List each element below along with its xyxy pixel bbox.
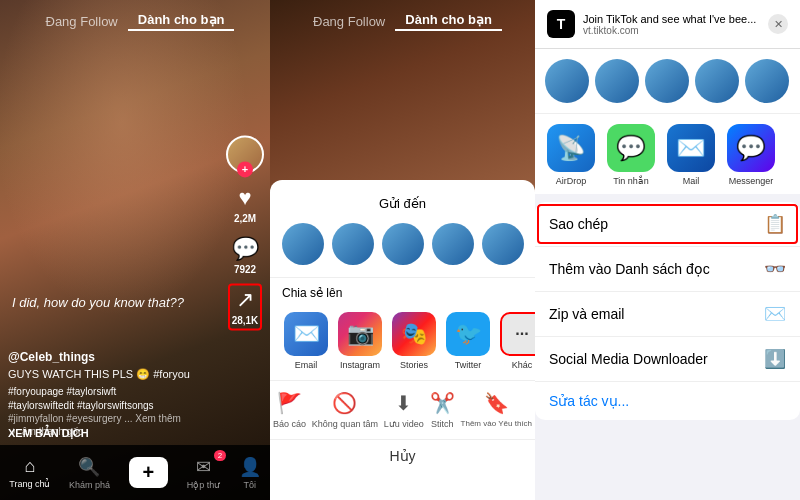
nav-home-label: Trang chủ	[9, 479, 50, 489]
email-label: Email	[295, 360, 318, 370]
heart-icon: ♥	[238, 185, 251, 211]
nav-profile[interactable]: 👤 Tôi	[239, 456, 261, 490]
nav-inbox-label: Hộp thư	[187, 480, 221, 490]
ios-avatar-2[interactable]	[595, 59, 639, 103]
nav-home[interactable]: ⌂ Trang chủ	[9, 456, 50, 489]
ios-app-airdrop[interactable]: 📡 AirDrop	[545, 124, 597, 186]
friend-avatar-4[interactable]	[432, 223, 474, 265]
action-savevideo[interactable]: ⬇ Lưu video	[384, 391, 424, 429]
share-twitter[interactable]: 🐦 Twitter	[444, 312, 492, 370]
browser-topbar: T Join TikTok and see what I've bee... v…	[535, 0, 800, 49]
edittasks-label: Sửa tác vụ...	[549, 393, 629, 409]
ios-avatar-4[interactable]	[695, 59, 739, 103]
share-instagram[interactable]: 📷 Instagram	[336, 312, 384, 370]
comment-button[interactable]: 💬 7922	[232, 236, 259, 275]
nav-explore-label: Khám phá	[69, 480, 110, 490]
share-button[interactable]: ↗ 28,1K	[232, 287, 259, 326]
nav-explore[interactable]: 🔍 Khám phá	[69, 456, 110, 490]
friend-avatar-3[interactable]	[382, 223, 424, 265]
socialdownloader-label: Social Media Downloader	[549, 351, 708, 367]
inbox-icon: ✉	[196, 456, 211, 478]
action-zipamail[interactable]: Zip và email ✉️	[535, 292, 800, 337]
tiktok-app-icon: T	[547, 10, 575, 38]
share-on-label: Chia sẻ lên	[270, 277, 535, 308]
tab-following[interactable]: Đang Follow	[36, 14, 128, 29]
action-notinterested[interactable]: 🚫 Không quan tâm	[312, 391, 378, 429]
cancel-button[interactable]: Hủy	[270, 439, 535, 472]
comment-count: 7922	[234, 264, 256, 275]
stories-label: Stories	[400, 360, 428, 370]
copy-label: Sao chép	[549, 216, 608, 232]
ios-app-mail[interactable]: ✉️ Mail	[665, 124, 717, 186]
right-action-sidebar: + ♥ 2,2M 💬 7922 ↗ 28,1K	[226, 135, 264, 326]
twitter-icon: 🐦	[446, 312, 490, 356]
readinglist-icon: 👓	[764, 258, 786, 280]
favorite-label: Thêm vào Yêu thích	[461, 419, 532, 428]
topbar-text: Join TikTok and see what I've bee... vt.…	[583, 13, 760, 36]
share-sheet-panel: Đang Follow Dành cho bạn Gửi đến Chia sẻ…	[270, 0, 535, 500]
messages-label: Tin nhắn	[613, 176, 649, 186]
action-favorite[interactable]: 🔖 Thêm vào Yêu thích	[461, 391, 532, 429]
ios-app-messages[interactable]: 💬 Tin nhắn	[605, 124, 657, 186]
action-stitch[interactable]: ✂️ Stitch	[430, 391, 455, 429]
messenger-icon: 💬	[727, 124, 775, 172]
ios-app-row: 📡 AirDrop 💬 Tin nhắn ✉️ Mail 💬 Messenger	[535, 113, 800, 194]
caption-line1: GUYS WATCH THIS PLS 😁 #foryou	[8, 367, 215, 382]
share-email[interactable]: ✉️ Email	[282, 312, 330, 370]
ios-action-list: Sao chép 📋 Thêm vào Danh sách đọc 👓 Zip …	[535, 202, 800, 420]
caption-username[interactable]: @Celeb_things	[8, 350, 215, 364]
action-report[interactable]: 🚩 Báo cáo	[273, 391, 306, 429]
share-stories[interactable]: 🎭 Stories	[390, 312, 438, 370]
panel2-tab-foryou[interactable]: Dành cho bạn	[395, 12, 502, 31]
zipmail-label: Zip và email	[549, 306, 624, 322]
video-dialog: I did, how do you know that??	[12, 295, 215, 310]
profile-icon: 👤	[239, 456, 261, 478]
panel2-tab-following[interactable]: Đang Follow	[303, 14, 395, 29]
share-highlight	[228, 283, 263, 330]
close-button[interactable]: ✕	[768, 14, 788, 34]
more-label: Khác	[512, 360, 533, 370]
friend-avatar-2[interactable]	[332, 223, 374, 265]
action-copy[interactable]: Sao chép 📋	[535, 202, 800, 247]
like-count: 2,2M	[234, 213, 256, 224]
creator-avatar: +	[226, 135, 264, 173]
share-more[interactable]: ··· Khác	[498, 312, 535, 370]
friend-avatar-5[interactable]	[482, 223, 524, 265]
topbar-title: Join TikTok and see what I've bee...	[583, 13, 760, 25]
follow-plus[interactable]: +	[237, 161, 253, 177]
nav-profile-label: Tôi	[243, 480, 256, 490]
create-button[interactable]: +	[129, 457, 169, 488]
tab-foryou[interactable]: Dành cho bạn	[128, 12, 235, 31]
action-readinglist[interactable]: Thêm vào Danh sách đọc 👓	[535, 247, 800, 292]
stitch-icon: ✂️	[430, 391, 455, 415]
share-sheet-title: Gửi đến	[270, 196, 535, 211]
friend-avatars-row	[270, 223, 535, 277]
like-button[interactable]: ♥ 2,2M	[234, 185, 256, 224]
nav-inbox[interactable]: ✉ Hộp thư 2	[187, 456, 221, 490]
action-edittasks[interactable]: Sửa tác vụ...	[535, 382, 800, 420]
ios-avatar-5[interactable]	[745, 59, 789, 103]
nav-create[interactable]: +	[129, 457, 169, 488]
ios-share-panel: T Join TikTok and see what I've bee... v…	[535, 0, 800, 500]
messages-icon: 💬	[607, 124, 655, 172]
savevideo-label: Lưu video	[384, 419, 424, 429]
action-socialdownloader[interactable]: Social Media Downloader ⬇️	[535, 337, 800, 382]
ios-avatar-3[interactable]	[645, 59, 689, 103]
airdrop-label: AirDrop	[556, 176, 587, 186]
music-name: âm thanh gốc	[22, 426, 83, 437]
airdrop-icon: 📡	[547, 124, 595, 172]
savevideo-icon: ⬇	[395, 391, 412, 415]
report-label: Báo cáo	[273, 419, 306, 429]
ios-app-messenger[interactable]: 💬 Messenger	[725, 124, 777, 186]
feed-header: Đang Follow Dành cho bạn	[0, 0, 270, 43]
inbox-badge: 2	[214, 450, 226, 461]
report-icon: 🚩	[277, 391, 302, 415]
copy-icon: 📋	[764, 213, 786, 235]
share-apps-row: ✉️ Email 📷 Instagram 🎭 Stories 🐦 Twitter…	[270, 308, 535, 380]
ios-avatar-1[interactable]	[545, 59, 589, 103]
friend-avatar-1[interactable]	[282, 223, 324, 265]
more-icon: ···	[500, 312, 535, 356]
share-sheet: Gửi đến Chia sẻ lên ✉️ Email 📷 Instagram…	[270, 180, 535, 500]
avatar-button[interactable]: +	[226, 135, 264, 173]
twitter-label: Twitter	[455, 360, 482, 370]
